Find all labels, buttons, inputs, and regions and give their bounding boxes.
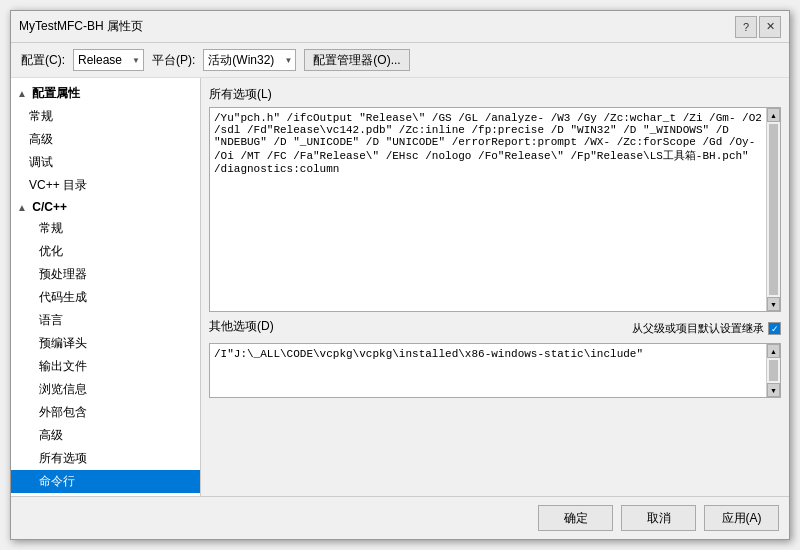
platform-label: 平台(P):	[152, 52, 195, 69]
main-options-textarea[interactable]: /Yu"pch.h" /ifcOutput "Release\" /GS /GL…	[210, 108, 780, 308]
config-select-wrapper: Release	[73, 49, 144, 71]
main-content: ▲ ▲ 配置属性配置属性 常规 高级 调试 VC++ 目录 ▲ C/C++ 常规…	[11, 78, 789, 496]
sidebar-item-advanced[interactable]: 高级	[11, 128, 200, 151]
main-scrollbar[interactable]: ▲ ▼	[766, 108, 780, 311]
sidebar-item-debug[interactable]: 调试	[11, 151, 200, 174]
sidebar-item-language[interactable]: 语言	[11, 309, 200, 332]
other-options-label: 其他选项(D)	[209, 318, 274, 335]
close-button[interactable]: ✕	[759, 16, 781, 38]
inherit-label: 从父级或项目默认设置继承	[632, 321, 764, 336]
sidebar-item-browse[interactable]: 浏览信息	[11, 378, 200, 401]
other-options-textarea[interactable]: /I"J:\_ALL\CODE\vcpkg\vcpkg\installed\x8…	[210, 344, 780, 394]
other-scroll-up-btn[interactable]: ▲	[767, 344, 780, 358]
all-options-section: 所有选项(L) /Yu"pch.h" /ifcOutput "Release\"…	[209, 86, 781, 312]
footer: 确定 取消 应用(A)	[11, 496, 789, 539]
sidebar-item-preprocessor[interactable]: 预处理器	[11, 263, 200, 286]
inherit-checkbox[interactable]: ✓	[768, 322, 781, 335]
other-scroll-thumb[interactable]	[769, 360, 778, 381]
sidebar-item-cpp-general[interactable]: 常规	[11, 217, 200, 240]
sidebar-item-cmdline[interactable]: 命令行	[11, 470, 200, 493]
ok-button[interactable]: 确定	[538, 505, 613, 531]
other-scroll-down-btn[interactable]: ▼	[767, 383, 780, 397]
apply-button[interactable]: 应用(A)	[704, 505, 779, 531]
cpp-expander-icon: ▲	[17, 202, 29, 213]
sidebar-item-external[interactable]: 外部包含	[11, 401, 200, 424]
scroll-up-btn[interactable]: ▲	[767, 108, 780, 122]
dialog-title: MyTestMFC-BH 属性页	[19, 18, 143, 35]
other-scrollbar[interactable]: ▲ ▼	[766, 344, 780, 397]
config-label: 配置(C):	[21, 52, 65, 69]
sidebar-item-config-props[interactable]: ▲ ▲ 配置属性配置属性	[11, 82, 200, 105]
sidebar-item-vc-dirs[interactable]: VC++ 目录	[11, 174, 200, 197]
other-text-container: /I"J:\_ALL\CODE\vcpkg\vcpkg\installed\x8…	[209, 343, 781, 398]
sidebar-item-output-files[interactable]: 输出文件	[11, 355, 200, 378]
all-options-label: 所有选项(L)	[209, 86, 781, 103]
expander-icon: ▲	[17, 88, 29, 99]
right-panel: 所有选项(L) /Yu"pch.h" /ifcOutput "Release\"…	[201, 78, 789, 496]
sidebar-item-cpp-advanced[interactable]: 高级	[11, 424, 200, 447]
scroll-down-btn[interactable]: ▼	[767, 297, 780, 311]
inherit-row: 从父级或项目默认设置继承 ✓	[632, 321, 781, 336]
properties-dialog: MyTestMFC-BH 属性页 ? ✕ 配置(C): Release 平台(P…	[10, 10, 790, 540]
other-options-section: 其他选项(D) 从父级或项目默认设置继承 ✓ /I"J:\_ALL\CODE\v…	[209, 318, 781, 482]
scroll-thumb[interactable]	[769, 124, 778, 295]
sidebar-item-general[interactable]: 常规	[11, 105, 200, 128]
config-manager-button[interactable]: 配置管理器(O)...	[304, 49, 409, 71]
sidebar-item-optimize[interactable]: 优化	[11, 240, 200, 263]
platform-select-wrapper: 活动(Win32)	[203, 49, 296, 71]
sidebar-item-all-options[interactable]: 所有选项	[11, 447, 200, 470]
sidebar: ▲ ▲ 配置属性配置属性 常规 高级 调试 VC++ 目录 ▲ C/C++ 常规…	[11, 78, 201, 496]
platform-select[interactable]: 活动(Win32)	[203, 49, 296, 71]
main-text-container: /Yu"pch.h" /ifcOutput "Release\" /GS /GL…	[209, 107, 781, 312]
help-button[interactable]: ?	[735, 16, 757, 38]
sidebar-item-precompiled[interactable]: 预编译头	[11, 332, 200, 355]
title-bar: MyTestMFC-BH 属性页 ? ✕	[11, 11, 789, 43]
sidebar-item-cpp[interactable]: ▲ C/C++	[11, 197, 200, 217]
sidebar-item-codegen[interactable]: 代码生成	[11, 286, 200, 309]
cancel-button[interactable]: 取消	[621, 505, 696, 531]
title-buttons: ? ✕	[735, 16, 781, 38]
config-select[interactable]: Release	[73, 49, 144, 71]
toolbar: 配置(C): Release 平台(P): 活动(Win32) 配置管理器(O)…	[11, 43, 789, 78]
